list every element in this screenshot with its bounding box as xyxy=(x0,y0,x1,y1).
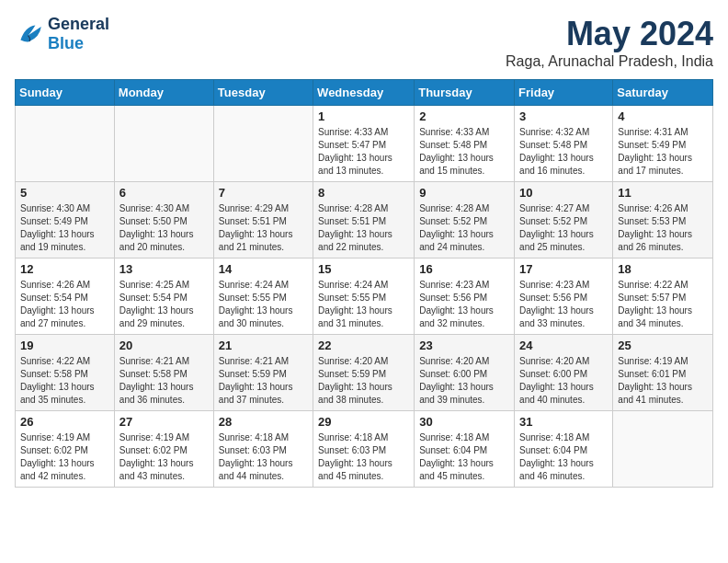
day-info: Sunrise: 4:32 AM Sunset: 5:48 PM Dayligh… xyxy=(519,126,608,178)
calendar-cell: 5Sunrise: 4:30 AM Sunset: 5:49 PM Daylig… xyxy=(16,182,115,259)
day-info: Sunrise: 4:28 AM Sunset: 5:51 PM Dayligh… xyxy=(318,202,409,254)
day-number: 1 xyxy=(318,109,409,123)
day-info: Sunrise: 4:29 AM Sunset: 5:51 PM Dayligh… xyxy=(219,202,308,254)
calendar-cell: 26Sunrise: 4:19 AM Sunset: 6:02 PM Dayli… xyxy=(16,411,115,488)
day-info: Sunrise: 4:20 AM Sunset: 5:59 PM Dayligh… xyxy=(318,355,409,407)
day-number: 17 xyxy=(519,262,608,276)
calendar-cell: 21Sunrise: 4:21 AM Sunset: 5:59 PM Dayli… xyxy=(213,335,313,411)
day-number: 4 xyxy=(618,109,708,123)
day-number: 6 xyxy=(119,186,209,200)
week-row-3: 12Sunrise: 4:26 AM Sunset: 5:54 PM Dayli… xyxy=(16,259,713,335)
day-info: Sunrise: 4:23 AM Sunset: 5:56 PM Dayligh… xyxy=(419,279,509,330)
page-header: General Blue May 2024 Raga, Arunachal Pr… xyxy=(15,15,713,70)
week-row-1: 1Sunrise: 4:33 AM Sunset: 5:47 PM Daylig… xyxy=(16,106,713,182)
day-number: 2 xyxy=(419,109,509,123)
day-number: 11 xyxy=(618,186,708,200)
day-number: 22 xyxy=(318,339,409,352)
header-saturday: Saturday xyxy=(613,80,713,106)
day-number: 8 xyxy=(318,186,409,200)
calendar-cell: 25Sunrise: 4:19 AM Sunset: 6:01 PM Dayli… xyxy=(613,335,713,411)
day-info: Sunrise: 4:18 AM Sunset: 6:04 PM Dayligh… xyxy=(519,431,608,483)
calendar-cell: 1Sunrise: 4:33 AM Sunset: 5:47 PM Daylig… xyxy=(313,106,415,182)
day-number: 9 xyxy=(419,186,509,200)
calendar-cell xyxy=(213,106,313,182)
calendar-table: Sunday Monday Tuesday Wednesday Thursday… xyxy=(15,79,713,488)
week-row-5: 26Sunrise: 4:19 AM Sunset: 6:02 PM Dayli… xyxy=(16,411,713,488)
day-number: 24 xyxy=(519,339,608,352)
day-info: Sunrise: 4:18 AM Sunset: 6:03 PM Dayligh… xyxy=(318,431,409,483)
header-sunday: Sunday xyxy=(16,80,115,106)
day-info: Sunrise: 4:22 AM Sunset: 5:57 PM Dayligh… xyxy=(618,279,708,330)
title-block: May 2024 Raga, Arunachal Pradesh, India xyxy=(506,15,713,70)
day-info: Sunrise: 4:26 AM Sunset: 5:54 PM Dayligh… xyxy=(20,279,109,330)
header-tuesday: Tuesday xyxy=(213,80,313,106)
day-info: Sunrise: 4:28 AM Sunset: 5:52 PM Dayligh… xyxy=(419,202,509,254)
calendar-cell: 9Sunrise: 4:28 AM Sunset: 5:52 PM Daylig… xyxy=(415,182,515,259)
calendar-cell xyxy=(16,106,115,182)
header-friday: Friday xyxy=(515,80,613,106)
day-info: Sunrise: 4:19 AM Sunset: 6:02 PM Dayligh… xyxy=(119,431,209,483)
day-info: Sunrise: 4:33 AM Sunset: 5:47 PM Dayligh… xyxy=(318,126,409,178)
day-number: 20 xyxy=(119,339,209,352)
day-info: Sunrise: 4:24 AM Sunset: 5:55 PM Dayligh… xyxy=(318,279,409,330)
day-number: 10 xyxy=(519,186,608,200)
calendar-cell: 23Sunrise: 4:20 AM Sunset: 6:00 PM Dayli… xyxy=(415,335,515,411)
day-number: 28 xyxy=(219,415,308,429)
day-number: 18 xyxy=(618,262,708,276)
location: Raga, Arunachal Pradesh, India xyxy=(506,53,713,70)
calendar-cell: 15Sunrise: 4:24 AM Sunset: 5:55 PM Dayli… xyxy=(313,259,415,335)
month-title: May 2024 xyxy=(506,15,713,53)
day-number: 19 xyxy=(20,339,109,352)
day-info: Sunrise: 4:21 AM Sunset: 5:58 PM Dayligh… xyxy=(119,355,209,407)
day-number: 3 xyxy=(519,109,608,123)
calendar-cell xyxy=(613,411,713,488)
day-number: 25 xyxy=(618,339,708,352)
day-number: 21 xyxy=(219,339,308,352)
day-number: 13 xyxy=(119,262,209,276)
calendar-cell: 3Sunrise: 4:32 AM Sunset: 5:48 PM Daylig… xyxy=(515,106,613,182)
calendar-cell: 27Sunrise: 4:19 AM Sunset: 6:02 PM Dayli… xyxy=(114,411,213,488)
weekday-header-row: Sunday Monday Tuesday Wednesday Thursday… xyxy=(16,80,713,106)
day-number: 5 xyxy=(20,186,109,200)
day-info: Sunrise: 4:18 AM Sunset: 6:04 PM Dayligh… xyxy=(419,431,509,483)
day-info: Sunrise: 4:23 AM Sunset: 5:56 PM Dayligh… xyxy=(519,279,608,330)
calendar-cell: 10Sunrise: 4:27 AM Sunset: 5:52 PM Dayli… xyxy=(515,182,613,259)
calendar-cell: 8Sunrise: 4:28 AM Sunset: 5:51 PM Daylig… xyxy=(313,182,415,259)
logo-icon xyxy=(15,19,44,49)
day-info: Sunrise: 4:30 AM Sunset: 5:49 PM Dayligh… xyxy=(20,202,109,254)
calendar-cell: 12Sunrise: 4:26 AM Sunset: 5:54 PM Dayli… xyxy=(16,259,115,335)
calendar-cell: 16Sunrise: 4:23 AM Sunset: 5:56 PM Dayli… xyxy=(415,259,515,335)
day-info: Sunrise: 4:19 AM Sunset: 6:01 PM Dayligh… xyxy=(618,355,708,407)
day-info: Sunrise: 4:21 AM Sunset: 5:59 PM Dayligh… xyxy=(219,355,308,407)
day-number: 26 xyxy=(20,415,109,429)
calendar-cell: 22Sunrise: 4:20 AM Sunset: 5:59 PM Dayli… xyxy=(313,335,415,411)
calendar-cell: 19Sunrise: 4:22 AM Sunset: 5:58 PM Dayli… xyxy=(16,335,115,411)
week-row-4: 19Sunrise: 4:22 AM Sunset: 5:58 PM Dayli… xyxy=(16,335,713,411)
day-info: Sunrise: 4:18 AM Sunset: 6:03 PM Dayligh… xyxy=(219,431,308,483)
calendar-cell: 30Sunrise: 4:18 AM Sunset: 6:04 PM Dayli… xyxy=(415,411,515,488)
calendar-cell: 31Sunrise: 4:18 AM Sunset: 6:04 PM Dayli… xyxy=(515,411,613,488)
day-number: 15 xyxy=(318,262,409,276)
week-row-2: 5Sunrise: 4:30 AM Sunset: 5:49 PM Daylig… xyxy=(16,182,713,259)
header-monday: Monday xyxy=(114,80,213,106)
day-info: Sunrise: 4:20 AM Sunset: 6:00 PM Dayligh… xyxy=(419,355,509,407)
day-info: Sunrise: 4:27 AM Sunset: 5:52 PM Dayligh… xyxy=(519,202,608,254)
day-info: Sunrise: 4:25 AM Sunset: 5:54 PM Dayligh… xyxy=(119,279,209,330)
day-info: Sunrise: 4:30 AM Sunset: 5:50 PM Dayligh… xyxy=(119,202,209,254)
day-number: 31 xyxy=(519,415,608,429)
day-info: Sunrise: 4:26 AM Sunset: 5:53 PM Dayligh… xyxy=(618,202,708,254)
calendar-cell: 24Sunrise: 4:20 AM Sunset: 6:00 PM Dayli… xyxy=(515,335,613,411)
logo-text: General Blue xyxy=(48,15,109,53)
day-number: 27 xyxy=(119,415,209,429)
day-number: 14 xyxy=(219,262,308,276)
day-info: Sunrise: 4:24 AM Sunset: 5:55 PM Dayligh… xyxy=(219,279,308,330)
day-number: 16 xyxy=(419,262,509,276)
day-number: 29 xyxy=(318,415,409,429)
calendar-cell: 20Sunrise: 4:21 AM Sunset: 5:58 PM Dayli… xyxy=(114,335,213,411)
day-number: 23 xyxy=(419,339,509,352)
day-info: Sunrise: 4:31 AM Sunset: 5:49 PM Dayligh… xyxy=(618,126,708,178)
header-wednesday: Wednesday xyxy=(313,80,415,106)
day-number: 7 xyxy=(219,186,308,200)
calendar-cell: 28Sunrise: 4:18 AM Sunset: 6:03 PM Dayli… xyxy=(213,411,313,488)
calendar-cell: 11Sunrise: 4:26 AM Sunset: 5:53 PM Dayli… xyxy=(613,182,713,259)
